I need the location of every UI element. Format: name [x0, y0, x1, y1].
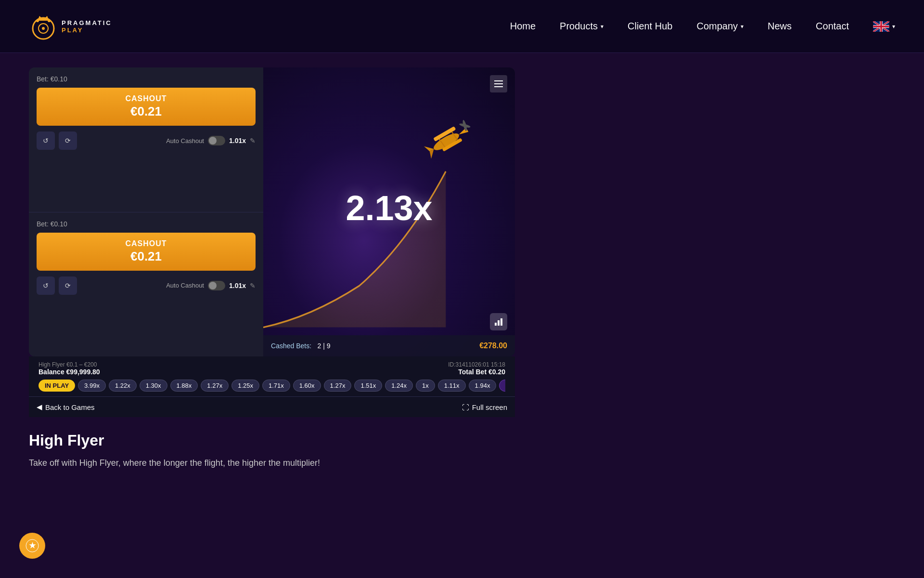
multiplier-badge[interactable]: 1x: [416, 380, 435, 392]
bet-controls-2: ↺ ⟳ Auto Cashout 1.01x ✎: [37, 276, 256, 295]
hamburger-icon: [494, 80, 503, 87]
multiplier-badge[interactable]: 1.11x: [438, 380, 466, 392]
company-arrow-icon: ▾: [741, 23, 744, 30]
balance-display: Balance €99,999.80: [38, 368, 100, 376]
bar-chart-icon: [494, 317, 503, 327]
cashed-amount: €278.00: [479, 342, 507, 350]
nav-news[interactable]: News: [768, 21, 792, 32]
multiplier-badge[interactable]: 1.24x: [385, 380, 413, 392]
game-right-panel: 2.13x Cashed Bets: 2 | 9 €278.00: [263, 67, 515, 356]
multiplier-badge[interactable]: 1.27x: [201, 380, 229, 392]
svg-point-3: [36, 19, 39, 22]
stats-button[interactable]: [490, 313, 507, 330]
auto-cashout-1: Auto Cashout 1.01x ✎: [166, 136, 256, 145]
language-selector[interactable]: ▾: [873, 21, 895, 32]
refresh-button-1[interactable]: ⟳: [59, 131, 77, 150]
multiplier-badge[interactable]: 1.88x: [170, 380, 198, 392]
cashed-bets-label: Cashed Bets:: [271, 342, 311, 350]
language-arrow-icon: ▾: [892, 23, 895, 30]
multiplier-badge[interactable]: 1.25x: [231, 380, 259, 392]
bet-label-1: Bet: €0.10: [37, 75, 256, 83]
edit-icon-2[interactable]: ✎: [250, 282, 256, 289]
refresh-button-2[interactable]: ⟳: [59, 276, 77, 295]
bet-section-1: Bet: €0.10 CASHOUT €0.21 ↺ ⟳ Auto Cashou…: [29, 67, 263, 212]
nav-contact[interactable]: Contact: [816, 21, 849, 32]
multiplier-badge[interactable]: 1.71x: [262, 380, 290, 392]
floating-help-button[interactable]: ★: [19, 533, 45, 559]
products-arrow-icon: ▾: [601, 23, 603, 30]
svg-point-4: [48, 19, 51, 22]
multiplier-badge[interactable]: 3.99x: [78, 380, 106, 392]
multiplier-badge[interactable]: 1.27x: [324, 380, 352, 392]
nav-products[interactable]: Products ▾: [560, 21, 603, 32]
multiplier-badge[interactable]: 8.18x: [499, 380, 505, 392]
airplane-icon: [414, 113, 476, 166]
bet-section-2: Bet: €0.10 CASHOUT €0.21 ↺ ⟳ Auto Cashou…: [29, 212, 263, 357]
game-range-label: High Flyer €0.1 – €200: [38, 361, 100, 368]
nav-company[interactable]: Company ▾: [696, 21, 744, 32]
main-content: Bet: €0.10 CASHOUT €0.21 ↺ ⟳ Auto Cashou…: [0, 53, 924, 485]
nav-home[interactable]: Home: [510, 21, 536, 32]
svg-text:★: ★: [29, 541, 36, 550]
multiplier-badge[interactable]: 1.30x: [140, 380, 167, 392]
game-id-label: ID:31411026:01 15:18: [448, 361, 505, 368]
floating-btn-icon: ★: [26, 539, 39, 552]
svg-point-2: [42, 27, 45, 30]
nav-client-hub[interactable]: Client Hub: [628, 21, 672, 32]
logo-text: PRAGMATIC PLAY: [62, 19, 112, 34]
game-desc-text: Take off with High Flyer, where the long…: [29, 456, 462, 470]
stats-bar: Cashed Bets: 2 | 9 €278.00: [263, 335, 515, 356]
main-nav: Home Products ▾ Client Hub Company ▾ New…: [510, 21, 895, 32]
game-info-right: ID:31411026:01 15:18 Total Bet €0.20: [448, 361, 505, 376]
back-arrow-icon: ◀: [37, 403, 42, 411]
game-info-row: High Flyer €0.1 – €200 Balance €99,999.8…: [38, 361, 505, 376]
game-container: Bet: €0.10 CASHOUT €0.21 ↺ ⟳ Auto Cashou…: [29, 67, 515, 356]
logo[interactable]: PRAGMATIC PLAY: [29, 12, 112, 41]
svg-rect-19: [500, 318, 502, 326]
bet-controls-1: ↺ ⟳ Auto Cashout 1.01x ✎: [37, 131, 256, 150]
svg-rect-18: [498, 320, 500, 326]
cashout-button-2[interactable]: CASHOUT €0.21: [37, 233, 256, 271]
game-multiplier: 2.13x: [346, 188, 432, 228]
multipliers-history: IN PLAY3.99x1.22x1.30x1.88x1.27x1.25x1.7…: [38, 380, 505, 392]
undo-button-2[interactable]: ↺: [37, 276, 55, 295]
site-header: PRAGMATIC PLAY Home Products ▾ Client Hu…: [0, 0, 924, 53]
game-info-left: High Flyer €0.1 – €200 Balance €99,999.8…: [38, 361, 100, 376]
auto-cashout-2: Auto Cashout 1.01x ✎: [166, 281, 256, 290]
fullscreen-button[interactable]: ⛶ Full screen: [462, 403, 507, 411]
total-bet-display: Total Bet €0.20: [448, 368, 505, 376]
undo-button-1[interactable]: ↺: [37, 131, 55, 150]
logo-icon: [29, 12, 58, 41]
svg-point-5: [42, 17, 45, 20]
auto-cashout-toggle-1[interactable]: [208, 136, 225, 145]
cashed-bets-value: 2 | 9: [318, 342, 331, 350]
multiplier-badge[interactable]: 1.51x: [354, 380, 382, 392]
multiplier-badge[interactable]: IN PLAY: [38, 380, 75, 392]
game-description: High Flyer Take off with High Flyer, whe…: [29, 432, 895, 470]
svg-rect-17: [495, 323, 497, 326]
uk-flag-icon: [873, 21, 889, 32]
game-left-panel: Bet: €0.10 CASHOUT €0.21 ↺ ⟳ Auto Cashou…: [29, 67, 263, 356]
fullscreen-icon: ⛶: [462, 403, 469, 411]
game-title: High Flyer: [29, 432, 895, 449]
bet-label-2: Bet: €0.10: [37, 220, 256, 228]
back-to-games-button[interactable]: ◀ Back to Games: [37, 403, 95, 411]
edit-icon-1[interactable]: ✎: [250, 137, 256, 144]
game-bottom-bar: High Flyer €0.1 – €200 Balance €99,999.8…: [29, 356, 515, 396]
game-nav-row: ◀ Back to Games ⛶ Full screen: [29, 396, 515, 417]
multiplier-badge[interactable]: 1.22x: [109, 380, 137, 392]
game-wrapper: Bet: €0.10 CASHOUT €0.21 ↺ ⟳ Auto Cashou…: [29, 67, 515, 417]
game-menu-button[interactable]: [490, 75, 507, 92]
multiplier-badge[interactable]: 1.94x: [469, 380, 497, 392]
cashout-button-1[interactable]: CASHOUT €0.21: [37, 88, 256, 126]
multiplier-badge[interactable]: 1.60x: [293, 380, 321, 392]
auto-cashout-toggle-2[interactable]: [208, 281, 225, 290]
